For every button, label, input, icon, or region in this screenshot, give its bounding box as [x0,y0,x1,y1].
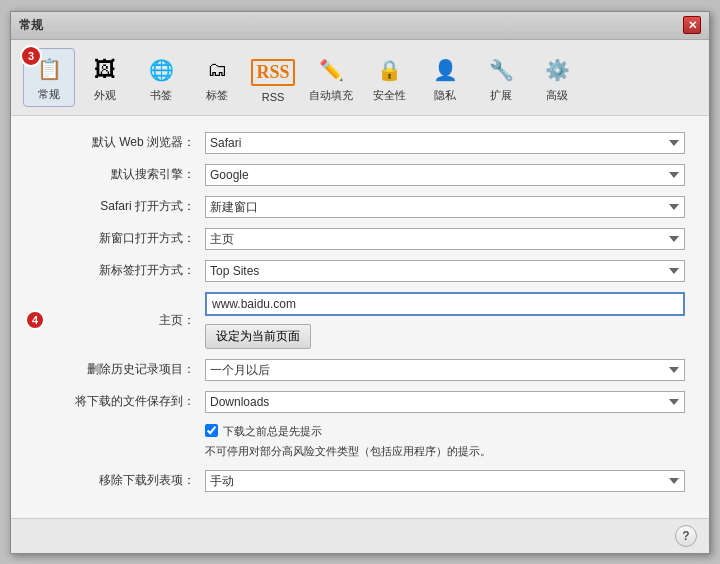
new-tab-select[interactable]: Top Sites [205,260,685,282]
close-button[interactable]: ✕ [683,16,701,34]
new-window-label: 新窗口打开方式： [35,230,195,247]
before-download-label: 下载之前总是先提示 [223,423,322,440]
new-tab-label: 新标签打开方式： [35,262,195,279]
default-search-control: Google [205,164,685,186]
homepage-label-wrap: 4 主页： [35,312,195,329]
toolbar-item-extensions[interactable]: 🔧 扩展 [475,50,527,107]
save-downloads-row: 将下载的文件保存到： Downloads [35,391,685,413]
remove-history-select[interactable]: 一个月以后 [205,359,685,381]
homepage-row: 4 主页： 设定为当前页面 [35,292,685,349]
bookmarks-icon: 🌐 [145,54,177,86]
set-current-page-button[interactable]: 设定为当前页面 [205,324,311,349]
toolbar-item-rss[interactable]: RSS RSS [247,53,299,107]
toolbar: 3 📋 常规 🖼 外观 🌐 书签 🗂 标签 RSS RSS ✏️ [11,40,709,116]
toolbar-label-bookmarks: 书签 [150,88,172,103]
safari-open-select[interactable]: 新建窗口 [205,196,685,218]
toolbar-label-appearance: 外观 [94,88,116,103]
badge-4: 4 [25,310,45,330]
homepage-control: 设定为当前页面 [205,292,685,349]
appearance-icon: 🖼 [89,54,121,86]
toolbar-label-advanced: 高级 [546,88,568,103]
toolbar-item-advanced[interactable]: ⚙️ 高级 [531,50,583,107]
toolbar-label-general: 常规 [38,87,60,102]
remove-downloads-control: 手动 [205,470,685,492]
toolbar-label-security: 安全性 [373,88,406,103]
default-browser-select[interactable]: Safari [205,132,685,154]
remove-downloads-label: 移除下载列表项： [35,472,195,489]
save-downloads-control: Downloads [205,391,685,413]
remove-history-row: 删除历史记录项目： 一个月以后 [35,359,685,381]
remove-downloads-select[interactable]: 手动 [205,470,685,492]
default-search-row: 默认搜索引擎： Google [35,164,685,186]
window-title: 常规 [19,17,43,34]
default-browser-control: Safari [205,132,685,154]
extensions-icon: 🔧 [485,54,517,86]
save-downloads-label: 将下载的文件保存到： [35,393,195,410]
rss-icon: RSS [257,57,289,89]
advanced-icon: ⚙️ [541,54,573,86]
autofill-icon: ✏️ [315,54,347,86]
checkbox-row-area: 下载之前总是先提示 不可停用对部分高风险文件类型（包括应用程序）的提示。 [35,423,685,460]
toolbar-label-rss: RSS [262,91,285,103]
new-window-control: 主页 [205,228,685,250]
before-download-row: 下载之前总是先提示 [205,423,685,440]
remove-history-label: 删除历史记录项目： [35,361,195,378]
default-browser-label: 默认 Web 浏览器： [35,134,195,151]
default-search-select[interactable]: Google [205,164,685,186]
toolbar-label-autofill: 自动填充 [309,88,353,103]
settings-content: 默认 Web 浏览器： Safari 默认搜索引擎： Google Safari… [11,116,709,518]
bottom-bar: ? [11,518,709,553]
download-options: 下载之前总是先提示 不可停用对部分高风险文件类型（包括应用程序）的提示。 [205,423,685,460]
new-window-select[interactable]: 主页 [205,228,685,250]
download-note: 不可停用对部分高风险文件类型（包括应用程序）的提示。 [205,443,685,460]
privacy-icon: 👤 [429,54,461,86]
toolbar-badge-3: 3 [20,45,42,67]
remove-history-control: 一个月以后 [205,359,685,381]
toolbar-label-tabs: 标签 [206,88,228,103]
toolbar-item-general[interactable]: 3 📋 常规 [23,48,75,107]
toolbar-item-security[interactable]: 🔒 安全性 [363,50,415,107]
toolbar-item-privacy[interactable]: 👤 隐私 [419,50,471,107]
new-tab-row: 新标签打开方式： Top Sites [35,260,685,282]
save-downloads-select[interactable]: Downloads [205,391,685,413]
default-browser-row: 默认 Web 浏览器： Safari [35,132,685,154]
title-bar: 常规 ✕ [11,12,709,40]
new-tab-control: Top Sites [205,260,685,282]
default-search-label: 默认搜索引擎： [35,166,195,183]
toolbar-item-bookmarks[interactable]: 🌐 书签 [135,50,187,107]
main-window: 常规 ✕ 3 📋 常规 🖼 外观 🌐 书签 🗂 标签 RSS [10,11,710,554]
toolbar-item-appearance[interactable]: 🖼 外观 [79,50,131,107]
toolbar-item-autofill[interactable]: ✏️ 自动填充 [303,50,359,107]
toolbar-item-tabs[interactable]: 🗂 标签 [191,50,243,107]
homepage-label: 主页： [159,313,195,327]
before-download-checkbox[interactable] [205,424,218,437]
toolbar-label-extensions: 扩展 [490,88,512,103]
safari-open-label: Safari 打开方式： [35,198,195,215]
remove-downloads-row: 移除下载列表项： 手动 [35,470,685,492]
safari-open-control: 新建窗口 [205,196,685,218]
tabs-icon: 🗂 [201,54,233,86]
security-icon: 🔒 [373,54,405,86]
safari-open-row: Safari 打开方式： 新建窗口 [35,196,685,218]
toolbar-label-privacy: 隐私 [434,88,456,103]
new-window-row: 新窗口打开方式： 主页 [35,228,685,250]
help-button[interactable]: ? [675,525,697,547]
homepage-input[interactable] [205,292,685,316]
